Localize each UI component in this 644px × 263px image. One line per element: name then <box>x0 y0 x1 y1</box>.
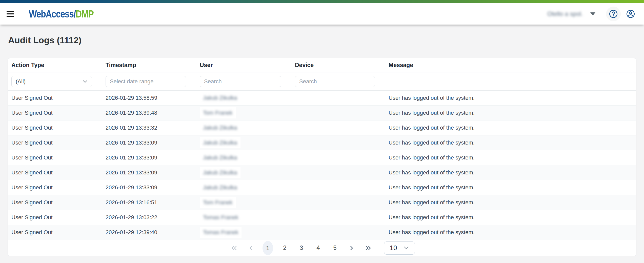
cell-timestamp: 2026-01-29 13:03:22 <box>102 214 196 221</box>
help-icon <box>609 9 618 18</box>
table-row: User Signed Out 2026-01-29 13:03:22 Toma… <box>8 210 636 225</box>
page-button-1[interactable]: 1 <box>263 241 273 255</box>
brand-gradient-strip <box>0 0 644 3</box>
cell-message: User has logged out of the system. <box>385 95 636 101</box>
cell-message: User has logged out of the system. <box>385 214 636 221</box>
cell-action-type: User Signed Out <box>8 125 102 131</box>
user-name: Jakub Zikulka <box>203 95 237 101</box>
page-size-value: 10 <box>390 244 397 252</box>
cell-user: Tomas Franek <box>196 212 291 223</box>
audit-logs-table: Action Type Timestamp User Device Messag… <box>8 58 636 256</box>
previous-page-button[interactable] <box>246 241 256 255</box>
page-title: Audit Logs (1112) <box>8 35 636 45</box>
table-row: User Signed Out 2026-01-29 13:33:09 Jaku… <box>8 150 636 165</box>
cell-timestamp: 2026-01-29 12:39:40 <box>102 229 196 236</box>
user-name: Jakub Zikulka <box>203 139 237 146</box>
cell-timestamp: 2026-01-29 13:33:09 <box>102 184 196 191</box>
cell-user: Jakub Zikulka <box>196 122 291 133</box>
cell-user: Jakub Zikulka <box>196 182 291 193</box>
cell-user: Tom Franek <box>196 197 291 208</box>
page-button-3[interactable]: 3 <box>296 241 307 255</box>
cell-action-type: User Signed Out <box>8 110 102 116</box>
table-row: User Signed Out 2026-01-29 13:33:32 Jaku… <box>8 120 636 135</box>
cell-user: Jakub Zikulka <box>196 92 291 104</box>
column-header-device: Device <box>291 62 385 69</box>
obscured-user-patch: Tom Franek <box>200 197 236 208</box>
user-name: Jakub Zikulka <box>203 154 237 161</box>
cell-message: User has logged out of the system. <box>385 125 636 131</box>
device-search-filter[interactable] <box>295 76 375 87</box>
page-size-select[interactable]: 10 <box>384 241 415 255</box>
pagination: 12345 10 <box>8 240 636 256</box>
user-search-filter[interactable] <box>200 76 281 87</box>
table-header-row: Action Type Timestamp User Device Messag… <box>8 58 636 72</box>
chevron-down-icon <box>83 80 88 83</box>
double-chevron-left-icon <box>231 245 237 251</box>
cell-message: User has logged out of the system. <box>385 229 636 236</box>
table-row: User Signed Out 2026-01-29 13:33:09 Jaku… <box>8 165 636 180</box>
obscured-user-patch: Jakub Zikulka <box>200 182 240 193</box>
cell-action-type: User Signed Out <box>8 199 102 206</box>
cell-user: Tom Franek <box>196 107 291 118</box>
column-header-user: User <box>196 62 291 69</box>
tenant-selector[interactable]: Otello a spol. <box>547 10 595 17</box>
cell-timestamp: 2026-01-29 13:58:59 <box>102 95 196 101</box>
action-type-filter-value: (All) <box>16 78 26 85</box>
next-page-button[interactable] <box>347 241 357 255</box>
cell-timestamp: 2026-01-29 13:33:09 <box>102 169 196 176</box>
column-header-timestamp: Timestamp <box>102 62 196 69</box>
cell-message: User has logged out of the system. <box>385 154 636 161</box>
top-bar: WebAccess/DMP Otello a spol. <box>0 3 644 25</box>
date-range-filter[interactable] <box>106 76 186 87</box>
cell-message: User has logged out of the system. <box>385 199 636 206</box>
caret-down-icon <box>590 12 595 15</box>
account-button[interactable] <box>623 7 638 21</box>
cell-message: User has logged out of the system. <box>385 139 636 146</box>
action-type-filter[interactable]: (All) <box>11 76 92 87</box>
cell-timestamp: 2026-01-29 13:33:32 <box>102 125 196 131</box>
table-body: User Signed Out 2026-01-29 13:58:59 Jaku… <box>8 91 636 240</box>
obscured-user-patch: Jakub Zikulka <box>200 152 240 163</box>
cell-action-type: User Signed Out <box>8 214 102 221</box>
obscured-user-patch: Jakub Zikulka <box>200 167 240 178</box>
page-button-2[interactable]: 2 <box>280 241 290 255</box>
table-row: User Signed Out 2026-01-29 13:16:51 Tom … <box>8 195 636 210</box>
chevron-left-icon <box>249 245 253 251</box>
cell-user: Jakub Zikulka <box>196 137 291 148</box>
cell-action-type: User Signed Out <box>8 184 102 191</box>
table-row: User Signed Out 2026-01-29 13:33:09 Jaku… <box>8 135 636 150</box>
user-name: Jakub Zikulka <box>203 169 237 176</box>
column-header-message: Message <box>385 62 636 69</box>
cell-timestamp: 2026-01-29 13:33:09 <box>102 139 196 146</box>
chevron-down-icon <box>404 246 409 250</box>
menu-icon[interactable] <box>7 8 18 19</box>
main-content: Audit Logs (1112) Action Type Timestamp … <box>0 35 644 256</box>
cell-user: Jakub Zikulka <box>196 167 291 178</box>
table-row: User Signed Out 2026-01-29 13:58:59 Jaku… <box>8 91 636 106</box>
obscured-user-patch: Tomas Franek <box>200 227 242 238</box>
user-name: Tomas Franek <box>203 214 238 220</box>
cell-action-type: User Signed Out <box>8 139 102 146</box>
cell-timestamp: 2026-01-29 13:16:51 <box>102 199 196 206</box>
topbar-actions: Otello a spol. <box>547 7 638 21</box>
user-name: Jakub Zikulka <box>203 184 237 191</box>
help-button[interactable] <box>606 7 621 21</box>
filter-row: (All) <box>8 72 636 91</box>
table-row: User Signed Out 2026-01-29 13:39:48 Tom … <box>8 106 636 120</box>
page-button-4[interactable]: 4 <box>313 241 323 255</box>
logo-text-primary: WebAccess/ <box>29 8 76 19</box>
cell-action-type: User Signed Out <box>8 95 102 101</box>
obscured-user-patch: Tomas Franek <box>200 212 242 223</box>
page-button-5[interactable]: 5 <box>330 241 340 255</box>
double-chevron-right-icon <box>365 245 372 251</box>
user-name: Tom Franek <box>203 199 232 206</box>
app-logo[interactable]: WebAccess/DMP <box>29 8 94 20</box>
last-page-button[interactable] <box>363 241 373 255</box>
user-name: Jakub Zikulka <box>203 125 237 131</box>
cell-message: User has logged out of the system. <box>385 184 636 191</box>
user-name: Tomas Franek <box>203 229 238 235</box>
account-icon <box>626 9 635 18</box>
cell-action-type: User Signed Out <box>8 154 102 161</box>
obscured-user-patch: Jakub Zikulka <box>200 122 240 133</box>
first-page-button[interactable] <box>229 241 239 255</box>
